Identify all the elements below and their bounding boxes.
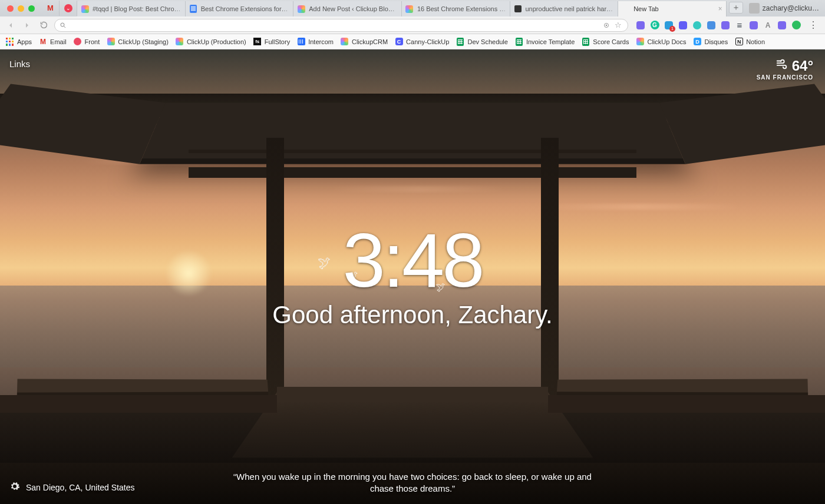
omnibox[interactable]: ☆: [54, 19, 628, 32]
settings-button[interactable]: [9, 481, 20, 493]
svg-point-3: [606, 24, 607, 25]
circle-icon: [693, 21, 701, 29]
pocket-icon: ⌄: [64, 4, 72, 12]
extension-evernote[interactable]: [791, 20, 801, 31]
quote[interactable]: “When you wake up in the morning you hav…: [230, 471, 595, 495]
google-sheet-icon: [456, 38, 464, 46]
svg-point-0: [61, 23, 64, 26]
bookmark-item[interactable]: Intercom: [297, 38, 334, 46]
tab-title: Add New Post ‹ Clickup Blog – …: [309, 5, 398, 12]
site-info-icon[interactable]: [602, 21, 611, 30]
bookmark-item[interactable]: ClickUp Docs: [636, 38, 686, 46]
window-controls: [5, 0, 39, 16]
blank-icon: [622, 5, 630, 13]
bookmark-label: Intercom: [308, 38, 334, 45]
reload-button[interactable]: [38, 19, 50, 31]
extension-clickup[interactable]: [635, 20, 646, 31]
tab[interactable]: unproductive neil patrick harri…: [510, 1, 619, 16]
bookmark-item[interactable]: Apps: [6, 38, 32, 46]
bookmark-label: Front: [85, 38, 100, 45]
tab-title: #tqqd | Blog Post: Best Chrom…: [93, 5, 182, 12]
viewport: 🕊 🕊 🕊 Links 64° SAN FRANCISCO 3:48 Good …: [0, 49, 825, 504]
extension-clickup4[interactable]: [777, 20, 787, 31]
window-minimize-button[interactable]: [18, 5, 24, 12]
extension-momentum[interactable]: [706, 20, 717, 31]
window-zoom-button[interactable]: [28, 5, 35, 12]
clock: 3:48: [0, 222, 825, 299]
wind-icon: [776, 58, 788, 74]
photo-location[interactable]: San Diego, CA, United States: [26, 483, 134, 492]
arrow-right-icon: [22, 21, 32, 30]
bookmark-item[interactable]: MEmail: [39, 38, 67, 46]
tab-strip: M ⌄ #tqqd | Blog Post: Best Chrom…Best C…: [0, 0, 825, 16]
bookmark-item[interactable]: Invoice Template: [515, 38, 575, 46]
bookmark-star-button[interactable]: ☆: [613, 21, 623, 30]
clickup4-icon: [778, 21, 786, 29]
tab[interactable]: Best Chrome Extensions for P…: [186, 1, 294, 16]
bookmark-item[interactable]: ClickupCRM: [341, 38, 388, 46]
grammarly-icon: G: [651, 21, 659, 29]
bookmark-item[interactable]: Front: [74, 38, 100, 46]
clickup-icon: [405, 5, 414, 13]
extension-grammarly[interactable]: G: [649, 20, 660, 31]
toolbar: ☆ G1≡A ⋮: [0, 16, 825, 34]
bookmark-label: ClickUp Docs: [647, 38, 686, 45]
extension-signal[interactable]: 1: [664, 20, 674, 31]
forward-button[interactable]: [21, 19, 33, 31]
extension-loom[interactable]: [678, 20, 688, 31]
bookmark-item[interactable]: ClickUp (Staging): [107, 38, 169, 46]
momentum-icon: [707, 21, 715, 29]
bookmark-item[interactable]: DDisques: [693, 38, 728, 46]
arrow-left-icon: [6, 21, 15, 30]
bookmark-item[interactable]: ClickUp (Production): [176, 38, 246, 46]
weather-location: SAN FRANCISCO: [757, 74, 813, 81]
window-close-button[interactable]: [7, 5, 14, 12]
profile-label: zachary@clicku…: [763, 4, 819, 12]
tab[interactable]: New Tab×: [618, 1, 727, 16]
clickup-icon: [341, 38, 349, 46]
bookmark-item[interactable]: fsFullStory: [253, 38, 290, 46]
clickup-icon: [107, 38, 115, 46]
tab[interactable]: Add New Post ‹ Clickup Blog – …: [293, 1, 402, 16]
chrome-menu-button[interactable]: ⋮: [806, 19, 820, 31]
extension-clickup2[interactable]: [720, 20, 731, 31]
bookmarks-bar: AppsMEmailFrontClickUp (Staging)ClickUp …: [0, 34, 825, 49]
weather-widget[interactable]: 64° SAN FRANCISCO: [757, 58, 813, 81]
clickup3-icon: [750, 21, 758, 29]
bookmark-label: Score Cards: [593, 38, 629, 45]
new-tab-button[interactable]: ＋: [729, 2, 743, 14]
bookmark-item[interactable]: Dev Schedule: [456, 38, 508, 46]
extension-aa[interactable]: A: [763, 20, 773, 31]
bookmark-item[interactable]: Score Cards: [582, 38, 629, 46]
tab-title: New Tab: [633, 5, 716, 12]
gmail-icon: M: [47, 4, 55, 12]
extension-clickup3[interactable]: [748, 20, 759, 31]
tab[interactable]: #tqqd | Blog Post: Best Chrom…: [77, 1, 186, 16]
bookmark-item[interactable]: CCanny-ClickUp: [395, 38, 449, 46]
image-icon: [514, 5, 522, 13]
clickup-icon: [636, 21, 645, 29]
pinned-tab-gmail[interactable]: M: [42, 1, 60, 16]
bookmark-label: FullStory: [265, 38, 290, 45]
extension-buffer[interactable]: ≡: [734, 20, 745, 31]
extension-circle[interactable]: [692, 20, 702, 31]
links-button[interactable]: Links: [9, 59, 30, 69]
bookmark-label: ClickupCRM: [352, 38, 388, 45]
aa-icon: A: [765, 21, 771, 29]
gear-icon: [9, 481, 20, 492]
pinned-tab-pocket[interactable]: ⌄: [60, 1, 77, 16]
address-input[interactable]: [69, 21, 599, 29]
bookmark-item[interactable]: NNotion: [735, 38, 765, 46]
photo-info: San Diego, CA, United States: [9, 481, 134, 493]
back-button[interactable]: [5, 19, 16, 31]
clickup2-icon: [721, 21, 730, 29]
pinned-tabs: M ⌄: [39, 0, 77, 16]
bookmark-label: Notion: [746, 38, 765, 45]
clickup-icon: [81, 5, 89, 13]
svg-line-1: [64, 26, 66, 28]
buffer-icon: ≡: [737, 20, 742, 30]
loom-icon: [679, 21, 687, 29]
reload-icon: [39, 21, 48, 29]
tab[interactable]: 16 Best Chrome Extensions fo…: [402, 1, 510, 16]
profile-switcher[interactable]: zachary@clicku…: [745, 0, 825, 16]
